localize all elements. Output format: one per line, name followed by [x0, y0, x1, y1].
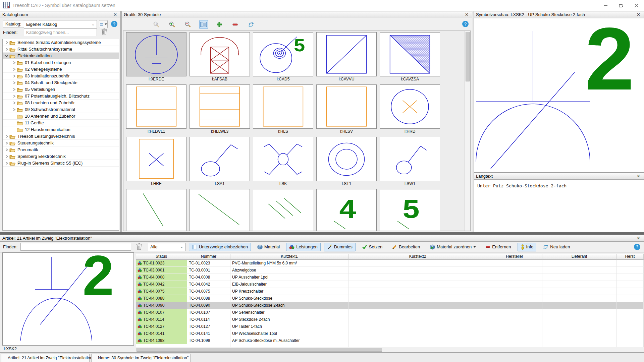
katalogzweig-search-input[interactable] — [24, 28, 97, 36]
table-row-tc-04.0042[interactable]: TC-04.0042TC-04.0042EIB-Jalousischalter — [136, 281, 644, 288]
chevron-down-icon[interactable] — [4, 54, 9, 58]
neu-laden-button[interactable]: Neu laden — [540, 242, 573, 251]
chevron-right-icon[interactable] — [4, 141, 9, 145]
add-icon[interactable] — [215, 20, 224, 29]
artikel-search-input[interactable] — [20, 243, 131, 251]
setzen-button[interactable]: Setzen — [359, 243, 385, 251]
artikel-help-icon[interactable]: ? — [634, 244, 640, 250]
table-row-tc-04.0090[interactable]: TC-04.0090TC-04.0090UP Schuko-Steckdose … — [136, 302, 644, 309]
zoom-original-icon[interactable]: 1:1 — [152, 20, 161, 29]
table-row-tc-01.0023[interactable]: TC-01.0023TC-01.0023PVC-Mantelleitung NY… — [136, 260, 644, 267]
bearbeiten-button[interactable]: Bearbeiten — [389, 243, 423, 251]
symbol-tile-ihrd[interactable] — [380, 84, 440, 129]
chevron-right-icon[interactable] — [4, 134, 9, 139]
grafik-help-icon[interactable]: ? — [462, 21, 469, 27]
table-row-tc-04.1098[interactable]: TC-04.1098TC-04.1098AP Schuko-Steckdose … — [136, 337, 644, 344]
symbol-tile-icavvu[interactable] — [316, 32, 377, 76]
symbol-tile-g-4[interactable]: 4 — [316, 189, 377, 231]
chevron-right-icon[interactable] — [4, 147, 9, 152]
column-header-kurztext1[interactable]: Kurztext1 — [230, 254, 348, 260]
info-button[interactable]: Info — [518, 243, 537, 251]
dummies-button[interactable]: Dummies — [324, 243, 356, 251]
symbol-tile-ihlsv[interactable] — [316, 84, 377, 129]
table-row-tc-03.0001[interactable]: TC-03.0001TC-03.0001Abzweigdose — [136, 267, 644, 274]
tree-item-plug-in-siemens-simatic-s5-iec-[interactable]: Plug-in Siemens Simatic S5 (IEC) — [3, 160, 119, 167]
symbol-tile-g-5[interactable]: 5 — [380, 189, 440, 231]
tree-item-spelsberg-elektrotechnik[interactable]: Spelsberg Elektrotechnik — [3, 153, 119, 160]
chevron-right-icon[interactable] — [4, 47, 9, 52]
column-header-kurztext2[interactable]: Kurztext2 — [348, 254, 487, 260]
symbol-tile-isa1[interactable] — [190, 137, 250, 181]
tree-item-11-geräte[interactable]: 11 Geräte — [3, 120, 119, 126]
table-row-tc-04.0008[interactable]: TC-04.0008TC-04.0008UP Ausschalter 1pol — [136, 274, 644, 281]
tree-item-elektroinstallation[interactable]: Elektroinstallation — [3, 53, 119, 59]
filter-select[interactable]: Alle⌄ — [148, 243, 185, 251]
symbol-tile-g-three[interactable] — [253, 189, 313, 231]
katalog-select[interactable]: Eigener Katalog ⌄ — [24, 20, 97, 28]
symbol-tile-iafsab[interactable] — [190, 32, 250, 76]
table-horizontal-scrollbar[interactable] — [136, 347, 644, 352]
close-button[interactable] — [629, 0, 644, 11]
chevron-right-icon[interactable] — [11, 74, 17, 78]
tree-item-01-kabel-und-leitungen[interactable]: 01 Kabel und Leitungen — [3, 59, 119, 66]
table-row-tc-04.0088[interactable]: TC-04.0088TC-04.0088UP Schuko-Steckdose — [136, 295, 644, 302]
chevron-right-icon[interactable] — [11, 80, 17, 85]
tree-item-09-schwachstrommaterial[interactable]: 09 Schwachstrommaterial — [3, 106, 119, 113]
tree-item-pneumatik[interactable]: Pneumatik — [3, 146, 119, 153]
chevron-right-icon[interactable] — [4, 161, 9, 166]
column-header-herst[interactable]: Herst — [616, 254, 644, 260]
tree-item-rittal-schaltschranksysteme[interactable]: Rittal Schaltschranksysteme — [3, 46, 119, 53]
entfernen-button[interactable]: Entfernen — [482, 243, 514, 251]
tree-item-12-hauskommunikation[interactable]: 12 Hauskommunikation — [3, 126, 119, 133]
symbol-tile-ihllwl3[interactable] — [190, 84, 250, 129]
artikel-trash-icon[interactable] — [136, 243, 143, 251]
chevron-right-icon[interactable] — [11, 67, 17, 72]
column-header-hersteller[interactable]: Hersteller — [487, 254, 542, 260]
horizontal-splitter[interactable] — [0, 232, 644, 235]
remove-icon[interactable] — [231, 20, 239, 29]
chevron-right-icon[interactable] — [11, 101, 17, 105]
symbol-tile-isw1[interactable] — [380, 137, 440, 181]
unterzweige-einbeziehen-button[interactable]: Unterzweige einbeziehen — [189, 243, 251, 251]
symbol-tile-ihls[interactable] — [253, 84, 313, 129]
grafik-close-icon[interactable]: ✕ — [464, 12, 470, 17]
column-header-lieferant[interactable]: Lieferant — [542, 254, 616, 260]
symbolvorschau-close-icon[interactable]: ✕ — [635, 12, 642, 17]
tree-item-02-verlegesysteme[interactable]: 02 Verlegesysteme — [3, 66, 119, 73]
symbol-tile-ihre[interactable] — [126, 137, 186, 181]
refresh-icon[interactable] — [247, 20, 255, 29]
column-header-status[interactable]: Status — [136, 254, 187, 260]
tree-item-04-schalt-und-steckgeräte[interactable]: 04 Schalt- und Steckgeräte — [3, 79, 119, 86]
symbol-tile-ist1[interactable] — [316, 137, 377, 181]
symbol-tile-g-steep[interactable] — [126, 189, 186, 231]
statusbar-name-tab[interactable]: Name: 30 Symbole im Zweig "Elektroinstal… — [91, 354, 191, 362]
tree-item-steuerungstechnik[interactable]: Steuerungstechnik — [3, 140, 119, 146]
chevron-right-icon[interactable] — [11, 87, 17, 92]
tree-item-treesoft-leistungsverzeichnis[interactable]: Treesoft Leistungsverzeichnis — [3, 133, 119, 140]
catalog-options-button[interactable] — [99, 20, 108, 28]
leistungen-button[interactable]: Leistungen — [286, 243, 321, 251]
katalogbaum-close-icon[interactable]: ✕ — [112, 12, 118, 17]
chevron-right-icon[interactable] — [4, 40, 9, 45]
symbol-tile-i0erde[interactable] — [126, 32, 186, 76]
table-row-tc-04.0141[interactable]: TC-04.0141TC-04.0141UP Wechselschalter 1… — [136, 330, 644, 337]
katalogbaum-help-icon[interactable]: ? — [111, 21, 117, 27]
symbol-tile-icad5[interactable]: 5 — [253, 32, 313, 76]
symbol-tile-icavzsa[interactable] — [380, 32, 440, 76]
trash-icon[interactable] — [101, 28, 108, 37]
tree-item-07-potentialausgleich-blitzschutz[interactable]: 07 Potentialausgleich, Blitzschutz — [3, 93, 119, 100]
chevron-right-icon[interactable] — [11, 60, 17, 65]
material-button[interactable]: Material — [254, 243, 283, 251]
grafik-scrollbar-thumb[interactable] — [466, 32, 470, 81]
symbol-tile-ihllwl1[interactable] — [126, 84, 186, 129]
artikel-close-icon[interactable]: ✕ — [635, 236, 642, 241]
minimize-button[interactable] — [598, 0, 613, 11]
tree-item-siemens-simatic-automatisierungssysteme[interactable]: Siemens Simatic Automatisierungssysteme — [3, 39, 119, 46]
chevron-right-icon[interactable] — [11, 94, 17, 99]
maximize-button[interactable] — [613, 0, 629, 11]
grafik-scrollbar[interactable] — [465, 31, 470, 231]
table-row-tc-04.0127[interactable]: TC-04.0127TC-04.0127UP Taster 1-fach — [136, 323, 644, 330]
view-list-icon[interactable] — [199, 20, 208, 29]
table-row-tc-04.0114[interactable]: TC-04.0114TC-04.0114UP Steckdose 2-fach — [136, 316, 644, 323]
langtext-close-icon[interactable]: ✕ — [635, 174, 642, 179]
